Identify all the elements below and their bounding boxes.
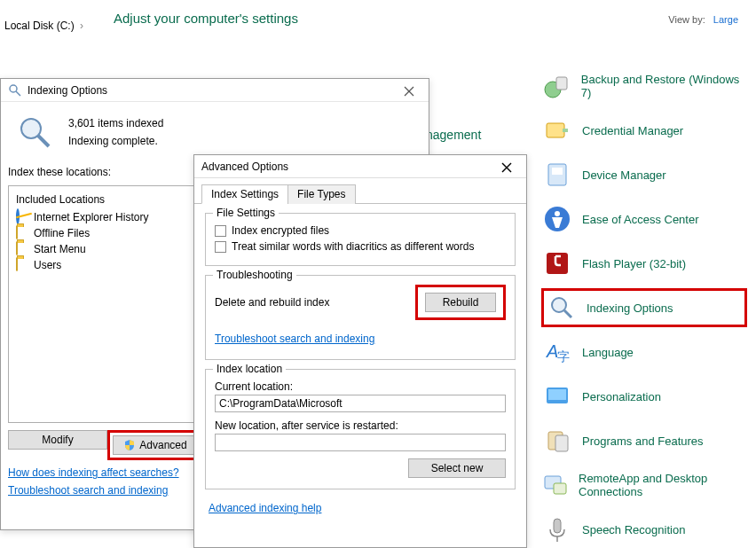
rebuild-label: Delete and rebuild index (215, 296, 329, 309)
group-title: Index location (213, 363, 286, 375)
svg-line-10 (564, 310, 571, 317)
partial-text: nagement (426, 128, 481, 142)
current-location-label: Current location: (215, 379, 506, 395)
control-panel-header: Adjust your computer's settings (99, 0, 756, 35)
index-location-group: Index location Current location: New loc… (205, 369, 516, 489)
cp-item-label: Device Manager (582, 168, 666, 182)
device-icon (541, 159, 573, 191)
dialog-title: Indexing Options (28, 84, 107, 97)
dialog-titlebar[interactable]: Advanced Options (194, 155, 526, 178)
cp-item-ease[interactable]: Ease of Access Center (541, 200, 747, 239)
advanced-highlight: Advanced (107, 430, 203, 460)
folder-icon (16, 242, 30, 256)
svg-rect-5 (552, 168, 563, 175)
index-count: 3,601 items indexed (68, 114, 163, 132)
cp-item-personalization[interactable]: Personalization (541, 377, 747, 416)
file-settings-group: File Settings Index encrypted files Trea… (205, 213, 516, 266)
advanced-help-link[interactable]: Advanced indexing help (194, 498, 526, 518)
svg-rect-2 (547, 123, 564, 137)
checkbox-icon[interactable] (215, 241, 226, 253)
svg-point-9 (552, 298, 566, 312)
page-heading: Adjust your computer's settings (114, 11, 298, 26)
svg-rect-19 (554, 519, 561, 533)
troubleshooting-group: Troubleshooting Delete and rebuild index… (205, 275, 516, 360)
tabs: Index Settings File Types (194, 178, 526, 204)
cp-item-label: Indexing Options (587, 301, 673, 315)
checkbox-encrypted[interactable]: Index encrypted files (215, 223, 506, 239)
speech-icon (541, 513, 573, 545)
new-location-label: New location, after service is restarted… (215, 418, 506, 434)
indexing-icon (8, 83, 22, 98)
indexing-large-icon (17, 114, 52, 150)
tab-index-settings[interactable]: Index Settings (201, 184, 288, 204)
modify-button[interactable]: Modify (8, 430, 107, 450)
svg-point-7 (555, 211, 560, 216)
index-summary: 3,601 items indexed Indexing complete. (1, 102, 429, 155)
cp-item-label: Ease of Access Center (582, 213, 699, 226)
rebuild-highlight: Rebuild (415, 285, 506, 320)
select-new-button[interactable]: Select new (408, 458, 506, 478)
close-button[interactable] (395, 82, 423, 100)
svg-rect-18 (554, 483, 566, 494)
cp-item-speech[interactable]: Speech Recognition (541, 510, 747, 548)
cp-item-indexing[interactable]: Indexing Options (541, 288, 747, 327)
checkbox-diacritics[interactable]: Treat similar words with diacritics as d… (215, 239, 506, 254)
folder-icon (16, 226, 30, 240)
advanced-options-dialog: Advanced Options Index Settings File Typ… (193, 154, 527, 548)
folder-icon (16, 258, 30, 272)
cp-item-label: Language (582, 346, 634, 359)
svg-line-26 (38, 136, 49, 146)
svg-point-25 (21, 119, 41, 138)
cp-item-label: Flash Player (32-bit) (582, 257, 686, 270)
svg-point-21 (10, 85, 17, 92)
cp-item-label: Speech Recognition (582, 523, 685, 536)
troubleshoot-link[interactable]: Troubleshoot search and indexing (215, 329, 506, 348)
cp-item-label: Programs and Features (582, 434, 704, 448)
control-panel-items: Backup and Restore (Windows 7) Credentia… (541, 67, 747, 548)
svg-rect-16 (555, 435, 568, 451)
svg-rect-14 (548, 389, 566, 400)
rebuild-button[interactable]: Rebuild (425, 293, 496, 312)
backup-icon (541, 70, 572, 102)
chevron-right-icon: › (80, 20, 83, 32)
dialog-titlebar[interactable]: Indexing Options (1, 79, 429, 102)
cp-item-label: Backup and Restore (Windows 7) (581, 73, 747, 99)
checkbox-icon[interactable] (215, 225, 226, 237)
flash-icon (541, 247, 573, 279)
programs-icon (541, 425, 573, 457)
cp-item-label: RemoteApp and Desktop Connections (579, 472, 747, 498)
cp-item-label: Credential Manager (582, 124, 683, 137)
cp-item-flash[interactable]: Flash Player (32-bit) (541, 244, 747, 283)
credential-icon (541, 114, 573, 146)
svg-rect-1 (556, 77, 567, 90)
new-location-field[interactable] (215, 434, 506, 451)
remote-icon (541, 469, 570, 501)
current-location-field[interactable] (215, 395, 506, 412)
tab-file-types[interactable]: File Types (287, 184, 355, 204)
view-by: View by: Large (668, 14, 738, 25)
shield-icon (123, 439, 136, 451)
language-icon: A字 (541, 336, 573, 368)
svg-rect-3 (563, 129, 568, 132)
cp-item-remote[interactable]: RemoteApp and Desktop Connections (541, 466, 747, 505)
group-title: Troubleshooting (213, 269, 296, 281)
svg-text:字: 字 (557, 349, 570, 364)
index-status: Indexing complete. (68, 132, 163, 150)
svg-line-22 (16, 91, 20, 96)
personalization-icon (541, 380, 573, 412)
advanced-button[interactable]: Advanced (113, 435, 198, 455)
dialog-title: Advanced Options (201, 160, 288, 173)
close-button[interactable] (492, 159, 521, 176)
cp-item-language[interactable]: A字 Language (541, 333, 747, 372)
cp-item-device[interactable]: Device Manager (541, 155, 747, 194)
cp-item-label: Personalization (582, 390, 661, 403)
view-by-link[interactable]: Large (713, 14, 738, 25)
ease-icon (541, 203, 573, 235)
cp-item-credential[interactable]: Credential Manager (541, 111, 747, 150)
group-title: File Settings (213, 207, 279, 219)
breadcrumb[interactable]: Local Disk (C:) › (4, 20, 86, 32)
cp-item-programs[interactable]: Programs and Features (541, 421, 747, 460)
ie-icon (16, 210, 30, 224)
cp-item-backup[interactable]: Backup and Restore (Windows 7) (541, 67, 747, 106)
indexing-icon (546, 292, 578, 324)
